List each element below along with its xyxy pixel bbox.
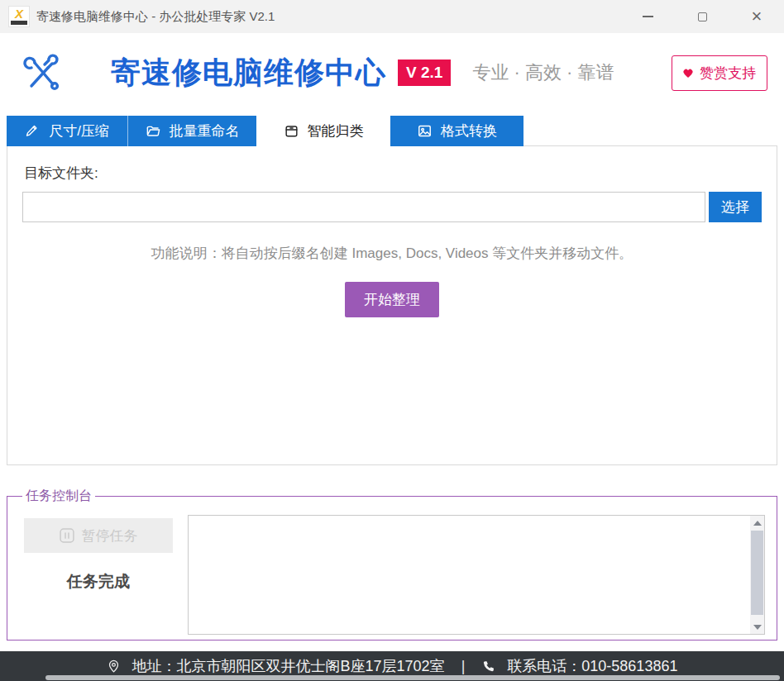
- feature-description: 功能说明：将自动按后缀名创建 Images, Docs, Videos 等文件夹…: [7, 244, 777, 263]
- pause-task-button[interactable]: 暂停任务: [24, 518, 173, 553]
- maximize-icon: [698, 12, 707, 21]
- footer-phone: 联系电话：010-58613861: [507, 656, 677, 676]
- archive-icon: [284, 123, 299, 139]
- app-logo-text-strip: [11, 21, 27, 25]
- app-logo-glyph: X: [15, 8, 23, 20]
- tab-label: 智能归类: [308, 121, 364, 140]
- down-arrow-icon: [753, 625, 762, 630]
- log-vertical-scrollbar[interactable]: [750, 516, 764, 634]
- task-console: 任务控制台 暂停任务 任务完成: [7, 488, 777, 641]
- minimize-button[interactable]: [620, 0, 675, 33]
- tab-bar: 尺寸/压缩 批量重命名 智能归类 格式转换: [7, 116, 784, 146]
- tab-label: 批量重命名: [170, 121, 240, 140]
- tab-format-convert[interactable]: 格式转换: [390, 116, 523, 146]
- horizontal-scrollbar-thumb[interactable]: [45, 675, 780, 680]
- folder-icon: [146, 123, 161, 139]
- app-window: X 寄速修电脑维修中心 - 办公批处理专家 V2.1 × 寄速修电脑维修中心 V…: [0, 0, 784, 681]
- close-button[interactable]: ×: [729, 0, 784, 33]
- scrollbar-down-arrow[interactable]: [750, 620, 764, 634]
- task-console-body: 暂停任务 任务完成: [19, 513, 765, 630]
- start-organize-button[interactable]: 开始整理: [345, 282, 439, 317]
- maximize-button[interactable]: [675, 0, 729, 33]
- minimize-icon: [643, 16, 653, 17]
- smart-sort-panel: 目标文件夹: 选择 功能说明：将自动按后缀名创建 Images, Docs, V…: [7, 145, 777, 465]
- app-header: 寄速修电脑维修中心 V 2.1 专业 · 高效 · 靠谱 赞赏支持: [0, 33, 784, 112]
- scrollbar-thumb[interactable]: [751, 531, 763, 615]
- task-console-legend: 任务控制台: [22, 488, 95, 505]
- footer-separator: |: [461, 658, 466, 675]
- task-controls-column: 暂停任务 任务完成: [19, 513, 178, 630]
- close-icon: ×: [752, 7, 762, 26]
- pause-icon: [60, 528, 74, 543]
- task-status-text: 任务完成: [67, 571, 130, 593]
- donate-button[interactable]: 赞赏支持: [672, 55, 767, 91]
- slogan-text: 专业 · 高效 · 靠谱: [472, 60, 614, 85]
- up-arrow-icon: [753, 521, 762, 526]
- phone-icon: [481, 660, 495, 674]
- pause-task-label: 暂停任务: [82, 526, 138, 545]
- window-controls: ×: [620, 0, 784, 33]
- heart-icon: [683, 69, 693, 79]
- footer-address: 地址：北京市朝阳区双井优士阁B座17层1702室: [132, 656, 445, 676]
- donate-button-label: 赞赏支持: [700, 64, 756, 83]
- scrollbar-up-arrow[interactable]: [750, 516, 764, 530]
- target-folder-input[interactable]: [22, 192, 705, 222]
- pen-icon: [25, 123, 41, 139]
- image-icon: [417, 123, 433, 139]
- location-pin-icon: [107, 660, 121, 674]
- titlebar: X 寄速修电脑维修中心 - 办公批处理专家 V2.1 ×: [0, 0, 784, 33]
- folder-input-row: 选择: [7, 183, 777, 222]
- tab-smart-sort[interactable]: 智能归类: [256, 116, 390, 146]
- tab-batch-rename[interactable]: 批量重命名: [127, 116, 256, 146]
- tab-size-compress[interactable]: 尺寸/压缩: [7, 116, 127, 146]
- select-folder-button[interactable]: 选择: [709, 192, 762, 222]
- tools-icon: [23, 53, 63, 93]
- version-badge: V 2.1: [398, 60, 451, 86]
- app-title: 寄速修电脑维修中心: [111, 53, 386, 93]
- task-log-box: [188, 515, 765, 635]
- start-row: 开始整理: [7, 282, 777, 317]
- window-title: 寄速修电脑维修中心 - 办公批处理专家 V2.1: [36, 9, 275, 25]
- target-folder-label: 目标文件夹:: [7, 146, 777, 183]
- tab-label: 尺寸/压缩: [49, 121, 109, 140]
- task-log-textarea[interactable]: [189, 516, 750, 634]
- app-icon: X: [8, 6, 30, 27]
- tab-label: 格式转换: [441, 121, 497, 140]
